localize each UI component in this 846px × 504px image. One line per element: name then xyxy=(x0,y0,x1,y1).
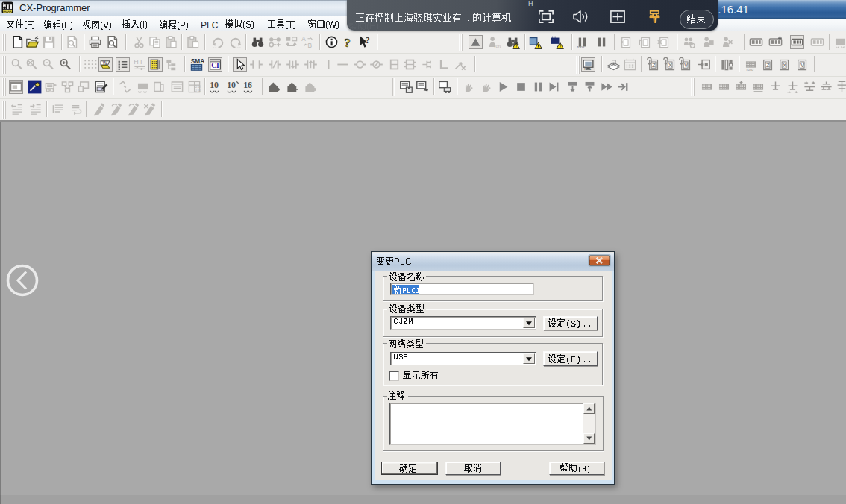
svg-text:roro: roro xyxy=(747,67,754,72)
svg-text:H: H xyxy=(134,58,138,66)
svg-text:A: A xyxy=(301,35,306,42)
svg-text:I: I xyxy=(140,58,142,66)
svg-text:roro: roro xyxy=(495,44,502,48)
svg-text:W: W xyxy=(103,60,107,66)
svg-text:roro: roro xyxy=(577,45,584,49)
svg-text:SMA: SMA xyxy=(191,57,204,65)
svg-text:X: X xyxy=(783,62,787,69)
svg-text:V: V xyxy=(684,62,689,69)
svg-text:B: B xyxy=(308,42,313,49)
svg-text:10: 10 xyxy=(227,80,236,90)
svg-text:V: V xyxy=(800,62,805,69)
svg-text:?: ? xyxy=(345,36,351,49)
svg-text:roro: roro xyxy=(584,67,591,71)
svg-text:?: ? xyxy=(366,35,370,45)
svg-text:16: 16 xyxy=(243,80,252,90)
svg-text:0.02: 0.02 xyxy=(195,88,201,92)
svg-text:CI: CI xyxy=(211,61,219,69)
svg-text:Z: Z xyxy=(766,62,770,69)
svg-text:Z: Z xyxy=(652,62,656,69)
svg-text:X: X xyxy=(668,62,673,69)
svg-text:10: 10 xyxy=(210,80,219,90)
